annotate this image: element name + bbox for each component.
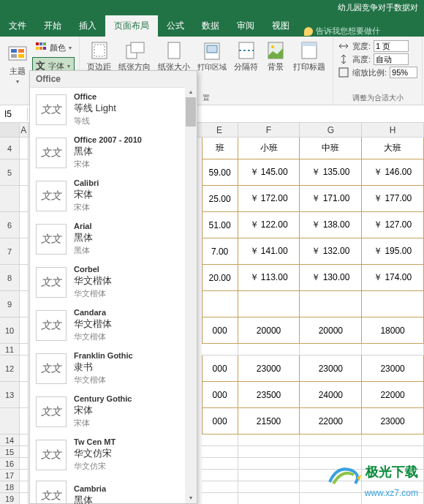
scroll-thumb[interactable] (186, 97, 196, 127)
cell[interactable] (20, 481, 29, 493)
cell[interactable] (20, 470, 29, 481)
tab-view[interactable]: 视图 (263, 15, 298, 37)
cell[interactable] (20, 446, 29, 458)
cell[interactable]: 000 (202, 408, 238, 435)
tell-me-search[interactable]: 告诉我您想要做什 (304, 26, 380, 37)
cell[interactable]: 20000 (300, 317, 362, 344)
cell[interactable] (20, 435, 29, 446)
cell[interactable]: 7.00 (202, 238, 238, 265)
tab-home[interactable]: 开始 (35, 15, 70, 37)
theme-colors-button[interactable]: 颜色 ▾ (32, 40, 75, 56)
cell[interactable] (202, 435, 238, 446)
cell[interactable]: 23000 (362, 356, 424, 382)
orientation-button[interactable]: 纸张方向 (116, 40, 154, 74)
cell[interactable] (20, 408, 29, 435)
cell[interactable] (238, 435, 300, 446)
cell[interactable] (238, 291, 300, 317)
row-header[interactable]: 6 (0, 212, 20, 238)
cell[interactable]: 25.00 (202, 186, 238, 212)
row-header[interactable]: 10 (0, 317, 20, 344)
cell[interactable] (20, 265, 29, 291)
font-dropdown-scrollbar[interactable]: ▴ ▾ (185, 87, 197, 503)
font-option-7[interactable]: 文文 Century Gothic 宋体 宋体 (30, 390, 197, 433)
cell[interactable]: 大班 (362, 138, 424, 159)
row-header[interactable]: 18 (0, 481, 20, 493)
select-all-corner[interactable] (0, 123, 20, 138)
col-header-A[interactable]: A (20, 123, 29, 138)
col-header-F[interactable]: F (238, 123, 300, 138)
font-option-8[interactable]: 文文 Tw Cen MT 华文仿宋 华文仿宋 (30, 433, 197, 476)
margins-button[interactable]: 页边距 (84, 40, 114, 74)
cell[interactable]: 24000 (300, 382, 362, 408)
cell[interactable] (20, 238, 29, 265)
row-header[interactable]: 9 (0, 291, 20, 317)
scroll-down-arrow[interactable]: ▾ (185, 493, 197, 503)
font-option-5[interactable]: 文文 Candara 华文楷体 华文楷体 (30, 304, 197, 347)
cell[interactable]: ￥ 195.00 (362, 238, 424, 265)
font-option-4[interactable]: 文文 Corbel 华文楷体 华文楷体 (30, 260, 197, 304)
cell[interactable] (362, 291, 424, 317)
cell[interactable]: ￥ 177.00 (362, 186, 424, 212)
cell[interactable]: 班 (202, 138, 238, 159)
cell[interactable] (20, 159, 29, 186)
row-header[interactable] (0, 408, 20, 435)
tab-data[interactable]: 数据 (193, 15, 228, 37)
font-option-3[interactable]: 文文 Arial 黑体 黑体 (30, 217, 197, 260)
scale-input[interactable] (390, 67, 417, 78)
font-option-1[interactable]: 文文 Office 2007 - 2010 黑体 宋体 (30, 131, 197, 174)
cell[interactable]: ￥ 145.00 (238, 159, 300, 186)
cell[interactable] (362, 344, 424, 356)
cell[interactable] (202, 458, 238, 470)
row-header[interactable]: 7 (0, 238, 20, 265)
cell[interactable]: 23000 (362, 408, 424, 435)
cell[interactable] (202, 291, 238, 317)
font-option-6[interactable]: 文文 Franklin Gothic 隶书 华文楷体 (30, 347, 197, 390)
cell[interactable] (300, 291, 362, 317)
cell[interactable]: ￥ 127.00 (362, 212, 424, 238)
cell[interactable] (238, 446, 300, 458)
col-header-G[interactable]: G (300, 123, 362, 138)
cell[interactable]: ￥ 172.00 (238, 186, 300, 212)
cell[interactable]: ￥ 141.00 (238, 238, 300, 265)
cell[interactable] (20, 458, 29, 470)
cell[interactable] (20, 317, 29, 344)
row-header[interactable]: 4 (0, 138, 20, 159)
tab-page-layout[interactable]: 页面布局 (105, 15, 158, 37)
font-option-0[interactable]: 文文 Office 等线 Light 等线 (30, 88, 197, 131)
cell[interactable] (300, 344, 362, 356)
row-header[interactable]: 11 (0, 344, 20, 356)
cell[interactable]: 20.00 (202, 265, 238, 291)
cell[interactable] (238, 493, 300, 504)
cell[interactable]: ￥ 122.00 (238, 212, 300, 238)
scroll-up-arrow[interactable]: ▴ (185, 87, 197, 97)
cell[interactable] (20, 186, 29, 212)
cell[interactable]: 小班 (238, 138, 300, 159)
tab-review[interactable]: 审阅 (228, 15, 263, 37)
cell[interactable]: 23500 (238, 382, 300, 408)
col-header-H[interactable]: H (362, 123, 424, 138)
tab-file[interactable]: 文件 (0, 15, 35, 37)
name-box[interactable] (0, 108, 28, 121)
height-input[interactable] (374, 53, 409, 65)
cell[interactable] (238, 344, 300, 356)
row-header[interactable]: 13 (0, 382, 20, 408)
cell[interactable] (202, 493, 238, 504)
cell[interactable] (238, 481, 300, 493)
row-header[interactable]: 17 (0, 470, 20, 481)
cell[interactable]: 23000 (300, 356, 362, 382)
breaks-button[interactable]: 分隔符 (231, 40, 261, 74)
width-input[interactable] (374, 40, 409, 52)
cell[interactable] (20, 382, 29, 408)
cell[interactable]: 59.00 (202, 159, 238, 186)
print-titles-button[interactable]: 打印标题 (290, 40, 328, 74)
row-header[interactable]: 16 (0, 458, 20, 470)
cell[interactable] (20, 212, 29, 238)
cell[interactable] (300, 446, 362, 458)
row-header[interactable]: 19 (0, 493, 20, 504)
cell[interactable]: 000 (202, 317, 238, 344)
cell[interactable] (20, 291, 29, 317)
cell[interactable]: ￥ 174.00 (362, 265, 424, 291)
themes-button[interactable]: 主题 ▾ (4, 44, 31, 86)
row-header[interactable]: 14 (0, 435, 20, 446)
print-area-button[interactable]: 打印区域 (194, 40, 230, 74)
